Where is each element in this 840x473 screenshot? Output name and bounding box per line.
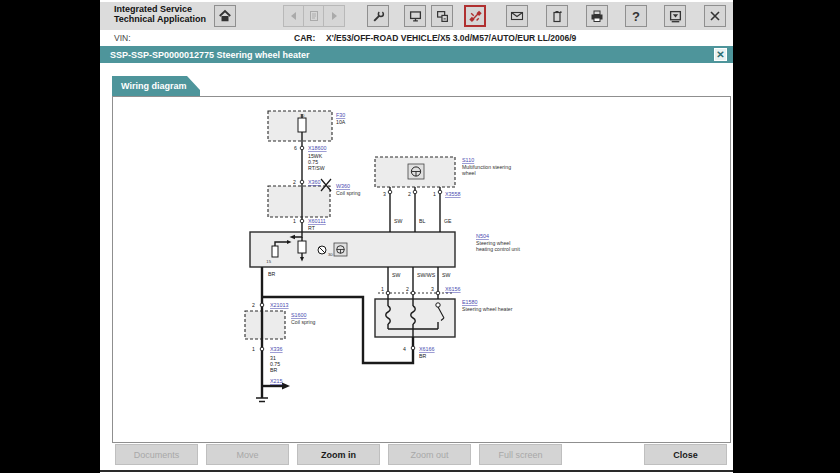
forward-button[interactable] <box>323 5 345 27</box>
home-icon <box>218 9 232 23</box>
connection-button[interactable] <box>464 5 486 27</box>
connector-link-x360[interactable]: X360 <box>308 179 321 185</box>
history-button[interactable] <box>303 5 325 27</box>
printer-icon <box>590 10 604 23</box>
ctrl-name-2: heating control unit <box>476 246 520 252</box>
connector-link-x6156[interactable]: X6156 <box>445 286 461 292</box>
close-app-button[interactable] <box>704 5 726 27</box>
home-button[interactable] <box>214 5 236 27</box>
mail-button[interactable] <box>506 5 528 27</box>
wire-spec-3: RT/SW <box>308 165 325 171</box>
full-screen-button[interactable]: Full screen <box>479 444 562 465</box>
pin-number: 1 <box>433 191 436 197</box>
documents-button[interactable]: Documents <box>115 444 198 465</box>
right-black-bar <box>733 0 840 473</box>
wire-color-br: BR <box>419 353 426 359</box>
close-document-button[interactable]: ✕ <box>714 48 727 61</box>
forward-arrow-icon <box>328 10 340 22</box>
pin-number: 4 <box>403 346 406 352</box>
move-button[interactable]: Move <box>206 444 289 465</box>
document-title-bar: SSP-SSP-SP0000012775 Steering wheel heat… <box>100 46 733 63</box>
coil-spring-lower-box <box>245 311 285 339</box>
fuse-symbol <box>298 118 306 132</box>
connector-link-x60111[interactable]: X60111 <box>308 218 326 224</box>
ctrl-link[interactable]: N504 <box>476 233 489 239</box>
pin-number: 1 <box>293 218 296 224</box>
left-black-bar <box>0 0 100 473</box>
wrench-icon <box>372 10 385 23</box>
measurement-button[interactable] <box>546 5 568 27</box>
document-title: SSP-SSP-SP0000012775 Steering wheel heat… <box>110 50 310 60</box>
help-button[interactable]: ? <box>625 5 647 27</box>
vin-label: VIN: <box>114 33 131 43</box>
pin-number: 3 <box>383 191 386 197</box>
pin-number: 2 <box>406 286 409 292</box>
vehicle-management-button[interactable] <box>431 5 453 27</box>
display-icon <box>409 10 422 23</box>
connector-icon <box>469 10 482 23</box>
vehicle-info-row: VIN: CAR: X'/E53/OFF-ROAD VEHICLE/X5 3.0… <box>100 30 733 45</box>
print-button[interactable] <box>586 5 608 27</box>
fuse-rating: 10A <box>336 119 346 125</box>
pin-number: 1 <box>252 346 255 352</box>
fuse-id-link[interactable]: F30 <box>336 112 345 118</box>
pin-number: 1 <box>381 286 384 292</box>
connector-link-x18600[interactable]: X18600 <box>308 145 327 151</box>
zoom-in-button[interactable]: Zoom in <box>297 444 380 465</box>
heater-switch-pivot <box>436 303 440 307</box>
zoom-out-button[interactable]: Zoom out <box>388 444 471 465</box>
close-button[interactable]: Close <box>644 444 727 465</box>
minimize-icon <box>669 10 682 23</box>
ctrl-fuse-element <box>298 241 306 253</box>
pin-number: 3 <box>431 286 434 292</box>
pin-number: 2 <box>252 302 255 308</box>
minimize-button[interactable] <box>664 5 686 27</box>
help-icon: ? <box>632 9 640 24</box>
wire-color: BL <box>419 218 425 224</box>
tab-wiring-diagram[interactable]: Wiring diagram <box>112 76 200 97</box>
wire-spec-3: BR <box>270 367 277 373</box>
app-title: Integrated Service Technical Application <box>114 4 206 24</box>
fuse-terminal: 30 <box>300 113 305 118</box>
wire-color: SW <box>394 218 402 224</box>
ground-ref-link-x215[interactable]: X215 <box>270 378 283 384</box>
devices-icon <box>436 10 449 23</box>
battery-icon <box>551 10 563 23</box>
ground-symbol <box>256 398 268 402</box>
mfw-name-2: wheel <box>462 170 476 176</box>
pin-number: 2 <box>408 191 411 197</box>
identification-button[interactable] <box>404 5 426 27</box>
ref-arrow-head <box>282 383 290 390</box>
terminal-15: 15 <box>266 259 271 264</box>
workshop-button[interactable] <box>367 5 389 27</box>
coil-spring-name-lower: Coil spring <box>291 319 316 325</box>
wire-color: SW <box>392 272 400 278</box>
pin-number: 2 <box>293 179 296 185</box>
tab-label: Wiring diagram <box>121 81 186 91</box>
wire-color: SW <box>442 272 450 278</box>
connector-link-x6166[interactable]: X6166 <box>419 346 435 352</box>
wire-color-rt: RT <box>308 225 316 231</box>
mfw-link[interactable]: S110 <box>462 157 474 163</box>
close-icon <box>709 10 721 22</box>
wire-color: GE <box>444 218 452 224</box>
control-unit-box <box>250 232 455 267</box>
coil-spring-name: Coil spring <box>336 190 361 196</box>
bottom-divider <box>100 470 733 472</box>
coil-spring-link-lower[interactable]: S1600 <box>291 312 307 318</box>
back-button[interactable] <box>283 5 305 27</box>
connector-link-x3558[interactable]: X3558 <box>445 191 461 197</box>
wire-color: SW/WS <box>417 272 436 278</box>
back-arrow-icon <box>288 10 300 22</box>
connector-link-x336[interactable]: X336 <box>270 346 283 352</box>
wiring-diagram: 30 F30 10A 6 X18600 15WK 0.75 RT/SW 2 X3… <box>112 96 731 443</box>
heater-name: Steering wheel heater <box>462 306 513 312</box>
ctrl-resistor <box>272 246 278 257</box>
connector-link-x21013[interactable]: X21013 <box>270 302 289 308</box>
mail-icon <box>510 10 524 22</box>
close-document-icon: ✕ <box>716 49 724 60</box>
coil-spring-link[interactable]: W360 <box>336 183 350 189</box>
heater-link[interactable]: E1580 <box>462 299 478 305</box>
document-icon <box>308 10 320 22</box>
pin-number: 6 <box>294 145 297 151</box>
